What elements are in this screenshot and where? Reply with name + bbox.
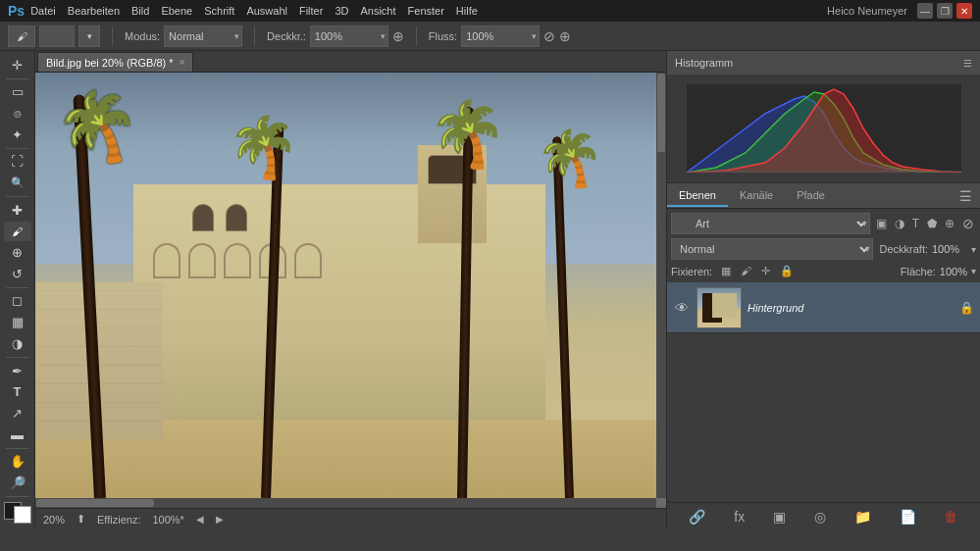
layer-item-hintergrund[interactable]: 👁 Hintergrund 🔒 bbox=[667, 282, 980, 333]
fix-transparent-btn[interactable]: ▦ bbox=[718, 264, 734, 278]
arch-3 bbox=[224, 243, 251, 278]
efficiency-label: Effizienz: bbox=[97, 514, 140, 526]
layer-list: 👁 Hintergrund 🔒 bbox=[667, 282, 980, 502]
smart-filter-btn[interactable]: ⊕ bbox=[943, 215, 956, 232]
opacity-value[interactable]: 100% bbox=[932, 243, 967, 255]
tab-kanaele[interactable]: Kanäle bbox=[728, 185, 785, 207]
tab-close-button[interactable]: × bbox=[180, 57, 185, 68]
menu-3d[interactable]: 3D bbox=[335, 5, 348, 17]
menu-schrift[interactable]: Schrift bbox=[204, 5, 234, 17]
fix-position-btn[interactable]: ✛ bbox=[758, 264, 773, 278]
brush-size-input[interactable]: 24 bbox=[39, 25, 75, 47]
menu-bearbeiten[interactable]: Bearbeiten bbox=[68, 5, 120, 17]
modus-select[interactable]: Normal bbox=[164, 25, 242, 47]
color-picker[interactable] bbox=[4, 502, 31, 524]
tab-pfade[interactable]: Pfade bbox=[785, 185, 837, 207]
brush-options-btn[interactable]: ▾ bbox=[78, 25, 100, 47]
deckk-select[interactable]: 100% bbox=[310, 25, 388, 47]
tool-divider-3 bbox=[6, 196, 29, 197]
background-color[interactable] bbox=[14, 506, 31, 524]
menu-datei[interactable]: Datei bbox=[30, 5, 56, 17]
fix-paint-btn[interactable]: 🖌 bbox=[738, 264, 754, 278]
add-mask-btn[interactable]: ▣ bbox=[769, 505, 790, 528]
flache-arrow[interactable]: ▾ bbox=[971, 266, 976, 276]
window-2 bbox=[226, 204, 247, 231]
layer-kind-select[interactable]: Art bbox=[671, 213, 870, 234]
layer-style-btn[interactable]: fx bbox=[730, 505, 748, 528]
pressure-flow-icon[interactable]: ⊕ bbox=[559, 28, 571, 44]
new-layer-btn[interactable]: 📄 bbox=[896, 505, 920, 528]
histogram-header[interactable]: Histogramm ☰ bbox=[667, 51, 980, 75]
hand-tool[interactable]: ✋ bbox=[4, 451, 31, 472]
brush-preset-picker[interactable]: 🖌 bbox=[8, 25, 35, 47]
type-tool[interactable]: T bbox=[4, 381, 31, 402]
menu-filter[interactable]: Filter bbox=[299, 5, 323, 17]
path-select-tool[interactable]: ↗ bbox=[4, 403, 31, 424]
adjustment-filter-btn[interactable]: ◑ bbox=[893, 215, 906, 232]
histogram-title: Histogramm bbox=[675, 57, 733, 69]
fix-all-btn[interactable]: 🔒 bbox=[777, 264, 797, 278]
burn-tool[interactable]: ◑ bbox=[4, 333, 31, 354]
rectangle-tool[interactable]: ▬ bbox=[4, 425, 31, 445]
photo-scene: 🌴 🌴 🌴 🌴 bbox=[35, 73, 656, 498]
brush-tool[interactable]: 🖌 bbox=[4, 222, 31, 242]
export-icon[interactable]: ⬆ bbox=[77, 513, 85, 526]
layer-visibility-toggle[interactable]: 👁 bbox=[673, 300, 691, 316]
zoom-tool[interactable]: 🔎 bbox=[4, 473, 31, 493]
layer-kind-select-wrap: Art bbox=[671, 213, 870, 234]
minimize-button[interactable]: — bbox=[917, 3, 933, 19]
quick-select-tool[interactable]: ✦ bbox=[4, 125, 31, 145]
horizontal-scroll-thumb[interactable] bbox=[36, 499, 154, 507]
blend-mode-select[interactable]: Normal bbox=[671, 238, 873, 260]
fluss-select[interactable]: 100% bbox=[461, 25, 540, 47]
pen-tool[interactable]: ✒ bbox=[4, 361, 31, 381]
status-next[interactable]: ▶ bbox=[216, 514, 224, 525]
history-brush-tool[interactable]: ↺ bbox=[4, 264, 31, 284]
horizontal-scrollbar[interactable] bbox=[35, 498, 656, 508]
close-button[interactable]: ✕ bbox=[956, 3, 972, 19]
eyedropper-tool[interactable]: 🔍 bbox=[4, 173, 31, 193]
document-tab[interactable]: Bild.jpg bei 20% (RGB/8) * × bbox=[37, 52, 193, 72]
airbrush-icon[interactable]: ⊘ bbox=[543, 28, 555, 44]
lasso-tool[interactable]: ⌾ bbox=[4, 103, 31, 124]
vertical-scroll-thumb[interactable] bbox=[657, 74, 665, 152]
layer-lock-icon[interactable]: 🔒 bbox=[959, 301, 974, 315]
vertical-scrollbar[interactable] bbox=[656, 73, 666, 498]
canvas-area: Bild.jpg bei 20% (RGB/8) * × bbox=[35, 51, 666, 529]
menu-hilfe[interactable]: Hilfe bbox=[456, 5, 478, 17]
canvas-scroll[interactable]: 🌴 🌴 🌴 🌴 bbox=[35, 73, 666, 508]
layers-controls: 🔍 Art ▣ ◑ T ⬟ ⊕ ⊘ bbox=[667, 209, 980, 282]
tab-ebenen[interactable]: Ebenen bbox=[667, 185, 728, 207]
eraser-tool[interactable]: ◻ bbox=[4, 291, 31, 312]
tool-divider-5 bbox=[6, 357, 29, 358]
tab-title: Bild.jpg bei 20% (RGB/8) * bbox=[46, 57, 174, 69]
pixel-filter-btn[interactable]: ▣ bbox=[874, 215, 889, 232]
marquee-tool[interactable]: ▭ bbox=[4, 82, 31, 103]
opacity-arrow[interactable]: ▾ bbox=[971, 244, 976, 255]
histogram-menu-icon[interactable]: ☰ bbox=[963, 58, 972, 69]
status-prev[interactable]: ◀ bbox=[196, 514, 204, 525]
clone-tool[interactable]: ⊕ bbox=[4, 242, 31, 263]
healing-tool[interactable]: ✚ bbox=[4, 200, 31, 221]
move-tool[interactable]: ✛ bbox=[4, 55, 31, 75]
shape-filter-btn[interactable]: ⬟ bbox=[925, 215, 939, 232]
pressure-opacity-icon[interactable]: ⊕ bbox=[392, 28, 404, 44]
menu-ebene[interactable]: Ebene bbox=[161, 5, 192, 17]
menu-ansicht[interactable]: Ansicht bbox=[360, 5, 395, 17]
new-group-btn[interactable]: 📁 bbox=[851, 505, 875, 528]
new-adjustment-btn[interactable]: ◎ bbox=[810, 505, 830, 528]
type-filter-btn[interactable]: T bbox=[910, 215, 921, 232]
layers-panel-menu-icon[interactable]: ☰ bbox=[959, 188, 980, 204]
panel-tabs: Ebenen Kanäle Pfade bbox=[667, 185, 837, 207]
gradient-tool[interactable]: ▦ bbox=[4, 312, 31, 332]
flache-value[interactable]: 100% bbox=[940, 266, 967, 277]
menu-fenster[interactable]: Fenster bbox=[408, 5, 444, 17]
maximize-button[interactable]: ❐ bbox=[937, 3, 953, 19]
menu-bild[interactable]: Bild bbox=[131, 5, 149, 17]
layers-tabs: Ebenen Kanäle Pfade ☰ bbox=[667, 183, 980, 209]
filter-toggle-btn[interactable]: ⊘ bbox=[960, 214, 976, 233]
delete-layer-btn[interactable]: 🗑 bbox=[940, 505, 961, 528]
link-layers-btn[interactable]: 🔗 bbox=[685, 505, 709, 528]
menu-auswahl[interactable]: Auswahl bbox=[246, 5, 287, 17]
crop-tool[interactable]: ⛶ bbox=[4, 152, 31, 173]
